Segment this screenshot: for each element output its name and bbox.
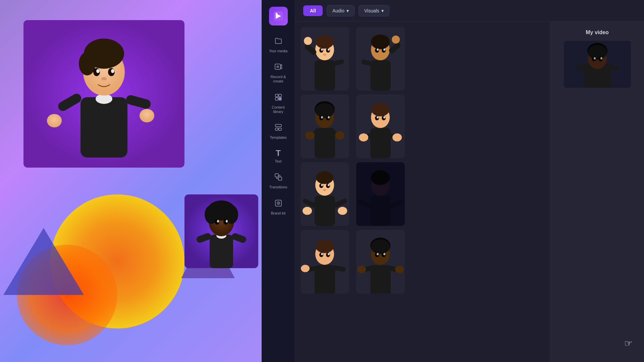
sidebar-item-content-library[interactable]: Contentlibrary: [262, 88, 295, 119]
svg-rect-30: [276, 13, 277, 14]
sidebar-item-text[interactable]: T Text: [262, 144, 295, 168]
svg-point-145: [588, 45, 607, 60]
presenter-small-window: [184, 194, 258, 268]
svg-point-85: [371, 103, 389, 116]
avatar-thumb-2[interactable]: [356, 27, 405, 90]
avatar-thumb-7[interactable]: [301, 230, 349, 294]
audio-chevron-icon: ▾: [346, 8, 349, 13]
presenter-main-window: [23, 20, 184, 168]
content-area: All Audio ▾ Visuals ▾: [295, 0, 644, 362]
svg-point-120: [316, 240, 334, 253]
my-video-thumbnail[interactable]: [564, 41, 631, 88]
filter-audio-button[interactable]: Audio ▾: [327, 5, 355, 16]
svg-point-114: [371, 170, 390, 185]
cursor-hand-icon: ☞: [547, 338, 641, 349]
svg-point-12: [47, 114, 62, 127]
svg-point-97: [316, 171, 333, 184]
svg-point-124: [328, 253, 330, 255]
svg-point-149: [600, 57, 602, 60]
avatar-thumb-6[interactable]: [356, 162, 405, 226]
svg-rect-39: [275, 128, 278, 130]
sidebar-item-brand-kit[interactable]: Brand kit: [262, 194, 295, 220]
svg-point-8: [96, 69, 100, 73]
svg-rect-118: [315, 265, 335, 294]
svg-point-32: [277, 66, 278, 68]
svg-point-92: [359, 133, 368, 141]
svg-rect-47: [315, 60, 335, 90]
svg-point-123: [321, 253, 323, 255]
svg-point-10: [101, 77, 107, 80]
svg-point-64: [377, 49, 379, 51]
right-panel: Your media Record &create: [262, 0, 644, 362]
svg-rect-40: [279, 128, 281, 130]
svg-point-76: [321, 116, 323, 119]
sidebar-item-transitions[interactable]: Transitions: [262, 168, 295, 194]
templates-icon: [274, 123, 282, 133]
svg-point-88: [377, 116, 379, 119]
svg-point-101: [328, 184, 330, 186]
svg-point-61: [371, 35, 390, 49]
svg-rect-35: [275, 98, 278, 100]
svg-point-52: [321, 49, 323, 51]
svg-point-5: [79, 52, 96, 75]
svg-point-89: [383, 116, 385, 119]
svg-point-73: [315, 103, 334, 118]
sidebar-item-record-create-label: Record &create: [271, 75, 286, 83]
svg-point-136: [383, 253, 385, 255]
your-media-icon: [274, 37, 282, 47]
app-logo[interactable]: [269, 7, 288, 25]
avatars-grid: [301, 27, 408, 294]
transitions-icon: [274, 173, 282, 183]
avatar-thumb-3[interactable]: [301, 95, 349, 158]
brand-kit-icon: [274, 199, 282, 209]
svg-point-49: [316, 35, 334, 49]
bg-decoration-triangle1: [3, 228, 84, 295]
main-content-wrapper: My video: [295, 21, 644, 362]
svg-point-65: [383, 49, 385, 51]
avatar-thumb-5[interactable]: [301, 162, 349, 226]
sidebar-item-your-media-label: Your media: [269, 49, 287, 53]
sidebar-item-record-create[interactable]: Record &create: [262, 58, 295, 88]
svg-point-148: [594, 57, 596, 60]
svg-point-105: [303, 207, 312, 215]
svg-point-106: [338, 207, 347, 215]
filter-all-button[interactable]: All: [303, 5, 323, 16]
svg-rect-129: [370, 265, 391, 294]
canvas-area: [0, 0, 262, 362]
sidebar-item-transitions-label: Transitions: [269, 185, 287, 189]
sidebar: Your media Record &create: [262, 0, 295, 362]
svg-point-132: [371, 239, 390, 254]
svg-point-77: [328, 116, 330, 119]
svg-point-9: [111, 69, 114, 73]
svg-rect-41: [275, 174, 278, 177]
filter-visuals-button[interactable]: Visuals ▾: [359, 5, 389, 16]
svg-point-100: [321, 184, 323, 186]
svg-rect-1: [80, 97, 127, 158]
visuals-chevron-icon: ▾: [381, 8, 384, 13]
my-video-title: My video: [586, 29, 608, 36]
content-library-icon: [274, 93, 282, 103]
sidebar-item-text-label: Text: [275, 159, 281, 164]
svg-point-80: [305, 131, 315, 139]
svg-rect-34: [279, 94, 281, 97]
my-video-section: My video: [550, 21, 644, 362]
avatar-thumb-4[interactable]: [356, 95, 405, 158]
svg-point-140: [395, 266, 404, 273]
svg-point-102: [323, 189, 326, 191]
sidebar-item-templates[interactable]: Templates: [262, 119, 295, 144]
svg-point-45: [278, 202, 279, 203]
sidebar-item-brand-kit-label: Brand kit: [271, 211, 285, 216]
svg-point-25: [226, 220, 228, 223]
svg-point-14: [140, 109, 154, 122]
svg-point-138: [357, 266, 366, 273]
avatar-thumb-1[interactable]: [301, 27, 349, 90]
sidebar-item-content-library-label: Contentlibrary: [272, 105, 285, 114]
record-create-icon: [274, 63, 282, 73]
svg-rect-31: [275, 64, 280, 69]
sidebar-item-your-media[interactable]: Your media: [262, 32, 295, 58]
top-filter-bar: All Audio ▾ Visuals ▾: [295, 0, 644, 21]
svg-rect-59: [370, 60, 391, 90]
svg-rect-95: [315, 196, 335, 226]
avatar-thumb-8[interactable]: [356, 230, 405, 294]
svg-point-54: [323, 54, 326, 56]
